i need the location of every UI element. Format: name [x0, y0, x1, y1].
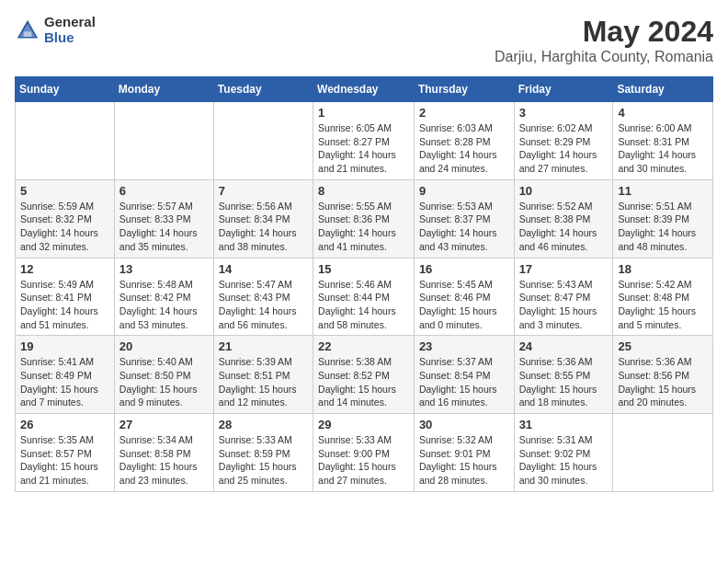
weekday-header-monday: Monday	[114, 77, 213, 102]
day-number: 20	[119, 339, 209, 353]
day-number: 31	[519, 418, 609, 431]
day-number: 26	[20, 418, 109, 431]
weekday-header-thursday: Thursday	[414, 77, 514, 102]
day-number: 30	[419, 418, 509, 431]
day-info: Sunrise: 5:55 AMSunset: 8:36 PMDaylight:…	[318, 200, 409, 254]
calendar-cell	[213, 102, 313, 180]
day-number: 4	[618, 106, 708, 120]
weekday-header-friday: Friday	[514, 77, 613, 102]
weekday-header-saturday: Saturday	[613, 77, 713, 102]
day-number: 12	[20, 262, 109, 276]
day-number: 5	[20, 184, 109, 198]
day-number: 27	[119, 418, 209, 431]
calendar-cell: 1Sunrise: 6:05 AMSunset: 8:27 PMDaylight…	[313, 102, 415, 180]
calendar-week-row: 1Sunrise: 6:05 AMSunset: 8:27 PMDaylight…	[16, 102, 713, 180]
day-info: Sunrise: 6:02 AMSunset: 8:29 PMDaylight:…	[519, 121, 609, 176]
day-number: 17	[519, 262, 609, 276]
day-info: Sunrise: 5:49 AMSunset: 8:41 PMDaylight:…	[20, 278, 109, 332]
calendar-week-row: 12Sunrise: 5:49 AMSunset: 8:41 PMDayligh…	[16, 258, 713, 336]
svg-rect-2	[24, 31, 31, 37]
day-info: Sunrise: 5:36 AMSunset: 8:56 PMDaylight:…	[618, 355, 708, 409]
day-number: 22	[318, 339, 409, 353]
day-info: Sunrise: 6:05 AMSunset: 8:27 PMDaylight:…	[318, 121, 409, 176]
calendar-cell: 3Sunrise: 6:02 AMSunset: 8:29 PMDaylight…	[514, 102, 613, 180]
logo-blue-text: Blue	[44, 30, 96, 46]
calendar-cell: 16Sunrise: 5:45 AMSunset: 8:46 PMDayligh…	[414, 258, 514, 336]
calendar-cell	[613, 414, 713, 492]
calendar-week-row: 5Sunrise: 5:59 AMSunset: 8:32 PMDaylight…	[16, 179, 713, 258]
calendar-cell: 7Sunrise: 5:56 AMSunset: 8:34 PMDaylight…	[213, 179, 313, 258]
day-info: Sunrise: 5:41 AMSunset: 8:49 PMDaylight:…	[20, 355, 109, 409]
day-number: 19	[20, 339, 109, 353]
day-number: 14	[219, 262, 308, 276]
calendar-cell: 19Sunrise: 5:41 AMSunset: 8:49 PMDayligh…	[16, 336, 115, 414]
calendar-cell: 11Sunrise: 5:51 AMSunset: 8:39 PMDayligh…	[613, 179, 713, 258]
calendar-cell: 26Sunrise: 5:35 AMSunset: 8:57 PMDayligh…	[16, 414, 115, 492]
day-info: Sunrise: 6:00 AMSunset: 8:31 PMDaylight:…	[618, 121, 708, 176]
day-info: Sunrise: 5:48 AMSunset: 8:42 PMDaylight:…	[119, 278, 209, 332]
day-info: Sunrise: 5:45 AMSunset: 8:46 PMDaylight:…	[419, 278, 509, 332]
day-info: Sunrise: 5:33 AMSunset: 9:00 PMDaylight:…	[318, 433, 409, 488]
day-info: Sunrise: 5:40 AMSunset: 8:50 PMDaylight:…	[119, 355, 209, 409]
day-number: 23	[419, 339, 509, 353]
day-number: 13	[119, 262, 209, 276]
calendar-body: 1Sunrise: 6:05 AMSunset: 8:27 PMDaylight…	[16, 102, 713, 492]
logo-text: General Blue	[44, 15, 96, 45]
day-number: 28	[219, 418, 308, 431]
calendar-cell: 20Sunrise: 5:40 AMSunset: 8:50 PMDayligh…	[114, 336, 213, 414]
day-info: Sunrise: 5:43 AMSunset: 8:47 PMDaylight:…	[519, 278, 609, 332]
day-info: Sunrise: 5:34 AMSunset: 8:58 PMDaylight:…	[119, 433, 209, 488]
day-number: 16	[419, 262, 509, 276]
calendar-week-row: 19Sunrise: 5:41 AMSunset: 8:49 PMDayligh…	[16, 336, 713, 414]
calendar-cell: 22Sunrise: 5:38 AMSunset: 8:52 PMDayligh…	[313, 336, 415, 414]
weekday-header-row: SundayMondayTuesdayWednesdayThursdayFrid…	[16, 77, 713, 102]
day-number: 11	[618, 184, 708, 198]
day-number: 2	[419, 106, 509, 120]
calendar-cell: 4Sunrise: 6:00 AMSunset: 8:31 PMDaylight…	[613, 102, 713, 180]
day-info: Sunrise: 5:35 AMSunset: 8:57 PMDaylight:…	[20, 433, 109, 488]
day-info: Sunrise: 5:38 AMSunset: 8:52 PMDaylight:…	[318, 355, 409, 409]
day-number: 1	[318, 106, 409, 120]
day-number: 15	[318, 262, 409, 276]
day-info: Sunrise: 5:57 AMSunset: 8:33 PMDaylight:…	[119, 200, 209, 254]
calendar-cell: 2Sunrise: 6:03 AMSunset: 8:28 PMDaylight…	[414, 102, 514, 180]
day-number: 9	[419, 184, 509, 198]
day-info: Sunrise: 5:46 AMSunset: 8:44 PMDaylight:…	[318, 278, 409, 332]
day-info: Sunrise: 5:42 AMSunset: 8:48 PMDaylight:…	[618, 278, 708, 332]
calendar-table: SundayMondayTuesdayWednesdayThursdayFrid…	[15, 76, 713, 492]
day-info: Sunrise: 5:59 AMSunset: 8:32 PMDaylight:…	[20, 200, 109, 254]
calendar-week-row: 26Sunrise: 5:35 AMSunset: 8:57 PMDayligh…	[16, 414, 713, 492]
day-number: 29	[318, 418, 409, 431]
logo-icon	[15, 17, 40, 43]
calendar-cell: 12Sunrise: 5:49 AMSunset: 8:41 PMDayligh…	[16, 258, 115, 336]
calendar-cell: 30Sunrise: 5:32 AMSunset: 9:01 PMDayligh…	[414, 414, 514, 492]
day-number: 18	[618, 262, 708, 276]
day-info: Sunrise: 5:36 AMSunset: 8:55 PMDaylight:…	[519, 355, 609, 409]
calendar-cell: 17Sunrise: 5:43 AMSunset: 8:47 PMDayligh…	[514, 258, 613, 336]
weekday-header-wednesday: Wednesday	[313, 77, 415, 102]
day-info: Sunrise: 5:32 AMSunset: 9:01 PMDaylight:…	[419, 433, 509, 488]
calendar-cell: 27Sunrise: 5:34 AMSunset: 8:58 PMDayligh…	[114, 414, 213, 492]
day-number: 3	[519, 106, 609, 120]
day-number: 7	[219, 184, 308, 198]
day-info: Sunrise: 5:39 AMSunset: 8:51 PMDaylight:…	[219, 355, 308, 409]
day-info: Sunrise: 5:52 AMSunset: 8:38 PMDaylight:…	[519, 200, 609, 254]
calendar-cell: 18Sunrise: 5:42 AMSunset: 8:48 PMDayligh…	[613, 258, 713, 336]
calendar-cell: 15Sunrise: 5:46 AMSunset: 8:44 PMDayligh…	[313, 258, 415, 336]
calendar-cell: 6Sunrise: 5:57 AMSunset: 8:33 PMDaylight…	[114, 179, 213, 258]
calendar-cell: 13Sunrise: 5:48 AMSunset: 8:42 PMDayligh…	[114, 258, 213, 336]
title-block: May 2024 Darjiu, Harghita County, Romani…	[495, 15, 713, 65]
day-info: Sunrise: 5:31 AMSunset: 9:02 PMDaylight:…	[519, 433, 609, 488]
calendar-cell: 24Sunrise: 5:36 AMSunset: 8:55 PMDayligh…	[514, 336, 613, 414]
day-info: Sunrise: 5:51 AMSunset: 8:39 PMDaylight:…	[618, 200, 708, 254]
weekday-header-tuesday: Tuesday	[213, 77, 313, 102]
calendar-cell: 31Sunrise: 5:31 AMSunset: 9:02 PMDayligh…	[514, 414, 613, 492]
day-number: 10	[519, 184, 609, 198]
day-info: Sunrise: 5:47 AMSunset: 8:43 PMDaylight:…	[219, 278, 308, 332]
day-number: 21	[219, 339, 308, 353]
day-number: 25	[618, 339, 708, 353]
calendar-cell: 29Sunrise: 5:33 AMSunset: 9:00 PMDayligh…	[313, 414, 415, 492]
day-info: Sunrise: 5:37 AMSunset: 8:54 PMDaylight:…	[419, 355, 509, 409]
location-title: Darjiu, Harghita County, Romania	[495, 49, 713, 65]
day-number: 8	[318, 184, 409, 198]
